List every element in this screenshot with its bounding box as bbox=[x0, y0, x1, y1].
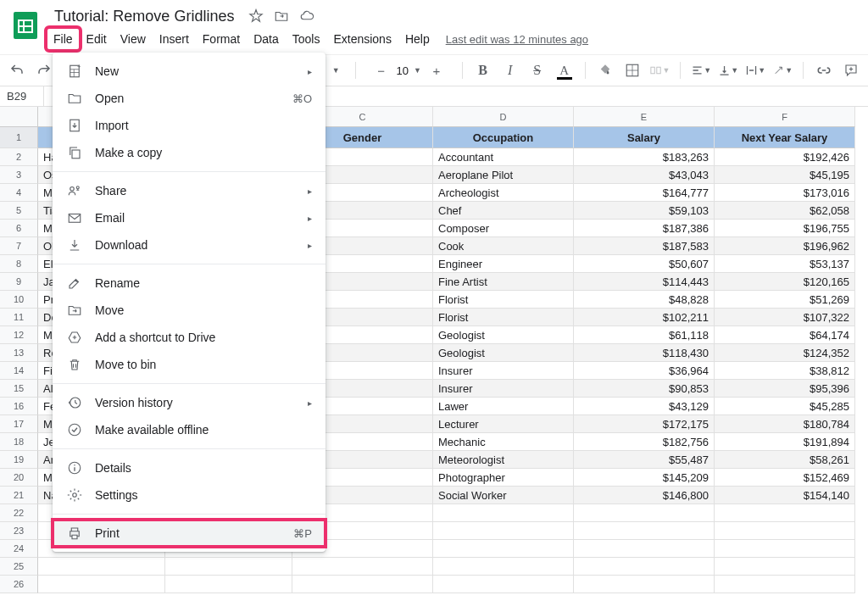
table-header-cell[interactable]: Next Year Salary bbox=[715, 127, 855, 148]
menu-item-settings[interactable]: Settings bbox=[53, 481, 326, 509]
cell[interactable] bbox=[165, 576, 292, 593]
cell[interactable]: $53,137 bbox=[715, 255, 855, 273]
cell[interactable]: Mechanic bbox=[433, 433, 574, 451]
table-header-cell[interactable]: Occupation bbox=[433, 127, 574, 148]
cell[interactable] bbox=[574, 576, 715, 593]
font-size-selector[interactable]: −10▼+ bbox=[366, 57, 452, 84]
row-header[interactable]: 23 bbox=[0, 522, 38, 540]
menu-item-rename[interactable]: Rename bbox=[53, 270, 326, 297]
menu-item-move-to-bin[interactable]: Move to bin bbox=[53, 351, 326, 378]
cell[interactable]: Archeologist bbox=[433, 184, 574, 202]
cell[interactable] bbox=[433, 558, 574, 576]
cell[interactable] bbox=[292, 558, 433, 576]
row-header[interactable]: 7 bbox=[0, 237, 38, 255]
cell[interactable]: $45,195 bbox=[715, 166, 855, 184]
sheets-logo[interactable] bbox=[8, 8, 42, 42]
menu-item-email[interactable]: Email▸ bbox=[53, 204, 326, 231]
cell[interactable]: $146,800 bbox=[574, 487, 715, 504]
cell[interactable]: $124,352 bbox=[715, 344, 855, 362]
cell[interactable] bbox=[38, 558, 165, 576]
row-header[interactable]: 16 bbox=[0, 398, 38, 415]
row-header[interactable]: 22 bbox=[0, 504, 38, 522]
row-header[interactable]: 21 bbox=[0, 487, 38, 504]
cell[interactable]: Engineer bbox=[433, 255, 574, 273]
text-rotation-button[interactable]: ▼ bbox=[772, 60, 793, 81]
col-header-f[interactable]: F bbox=[715, 107, 855, 127]
cell[interactable] bbox=[715, 522, 855, 540]
table-header-cell[interactable]: Salary bbox=[574, 127, 715, 148]
row-header[interactable]: 18 bbox=[0, 433, 38, 451]
menu-item-download[interactable]: Download▸ bbox=[53, 231, 326, 259]
undo-button[interactable] bbox=[7, 60, 27, 81]
cell[interactable]: $114,443 bbox=[574, 273, 715, 291]
horizontal-align-button[interactable]: ▼ bbox=[691, 60, 711, 81]
cell[interactable] bbox=[433, 576, 574, 593]
cell[interactable]: $36,964 bbox=[574, 362, 715, 380]
cell[interactable] bbox=[574, 540, 715, 558]
borders-button[interactable] bbox=[622, 60, 643, 81]
cell[interactable]: Aeroplane Pilot bbox=[433, 166, 574, 184]
cell[interactable] bbox=[165, 558, 292, 576]
cell[interactable]: Meteorologist bbox=[433, 451, 574, 469]
row-header[interactable]: 4 bbox=[0, 184, 38, 202]
row-header[interactable]: 15 bbox=[0, 380, 38, 398]
row-header[interactable]: 12 bbox=[0, 326, 38, 344]
cell[interactable]: $120,165 bbox=[715, 273, 855, 291]
row-header[interactable]: 26 bbox=[0, 576, 38, 593]
cell[interactable]: $180,784 bbox=[715, 415, 855, 433]
menu-view[interactable]: View bbox=[114, 29, 152, 49]
cell[interactable]: $38,812 bbox=[715, 362, 855, 380]
cell[interactable]: Composer bbox=[433, 220, 574, 237]
row-header[interactable]: 13 bbox=[0, 344, 38, 362]
cell[interactable]: Florist bbox=[433, 291, 574, 309]
cell[interactable] bbox=[715, 576, 855, 593]
star-icon[interactable] bbox=[248, 8, 264, 25]
insert-comment-button[interactable] bbox=[841, 60, 861, 81]
menu-format[interactable]: Format bbox=[197, 29, 246, 49]
cell[interactable] bbox=[574, 522, 715, 540]
cell[interactable]: $55,487 bbox=[574, 451, 715, 469]
doc-title[interactable]: Tutorial: Remove Gridlines bbox=[49, 6, 239, 27]
cloud-status-icon[interactable] bbox=[298, 8, 315, 25]
menu-item-import[interactable]: Import bbox=[53, 112, 326, 139]
row-header[interactable]: 11 bbox=[0, 309, 38, 326]
row-header[interactable]: 1 bbox=[0, 127, 38, 148]
cell[interactable]: Insurer bbox=[433, 362, 574, 380]
name-box[interactable]: B29 bbox=[0, 86, 44, 106]
row-header[interactable]: 6 bbox=[0, 220, 38, 237]
menu-extensions[interactable]: Extensions bbox=[327, 29, 397, 49]
cell[interactable]: Insurer bbox=[433, 380, 574, 398]
cell[interactable]: $45,285 bbox=[715, 398, 855, 415]
menu-item-new[interactable]: +New▸ bbox=[53, 58, 326, 85]
menu-edit[interactable]: Edit bbox=[81, 29, 113, 49]
menu-item-add-a-shortcut-to-drive[interactable]: Add a shortcut to Drive bbox=[53, 324, 326, 351]
row-header[interactable]: 17 bbox=[0, 415, 38, 433]
insert-link-button[interactable] bbox=[814, 60, 834, 81]
col-header-d[interactable]: D bbox=[433, 107, 574, 127]
cell[interactable]: $196,755 bbox=[715, 220, 855, 237]
move-to-folder-icon[interactable] bbox=[273, 8, 290, 25]
row-header[interactable]: 8 bbox=[0, 255, 38, 273]
menu-item-open[interactable]: Open⌘O bbox=[53, 85, 326, 112]
menu-item-print[interactable]: Print⌘P bbox=[53, 520, 326, 547]
cell[interactable]: $182,756 bbox=[574, 433, 715, 451]
cell[interactable]: $187,386 bbox=[574, 220, 715, 237]
cell[interactable]: $58,261 bbox=[715, 451, 855, 469]
redo-button[interactable] bbox=[34, 60, 54, 81]
last-edit-link[interactable]: Last edit was 12 minutes ago bbox=[446, 33, 588, 46]
bold-button[interactable]: B bbox=[473, 60, 493, 81]
cell[interactable] bbox=[574, 558, 715, 576]
cell[interactable]: $62,058 bbox=[715, 202, 855, 220]
row-header[interactable]: 25 bbox=[0, 558, 38, 576]
cell[interactable] bbox=[715, 504, 855, 522]
decrease-size-button[interactable]: − bbox=[371, 60, 392, 81]
cell[interactable]: Chef bbox=[433, 202, 574, 220]
col-header-e[interactable]: E bbox=[574, 107, 715, 127]
cell[interactable]: $183,263 bbox=[574, 148, 715, 166]
cell[interactable] bbox=[715, 558, 855, 576]
cell[interactable]: $59,103 bbox=[574, 202, 715, 220]
cell[interactable] bbox=[715, 540, 855, 558]
cell[interactable]: Geologist bbox=[433, 326, 574, 344]
row-header[interactable]: 3 bbox=[0, 166, 38, 184]
cell[interactable]: Lawer bbox=[433, 398, 574, 415]
